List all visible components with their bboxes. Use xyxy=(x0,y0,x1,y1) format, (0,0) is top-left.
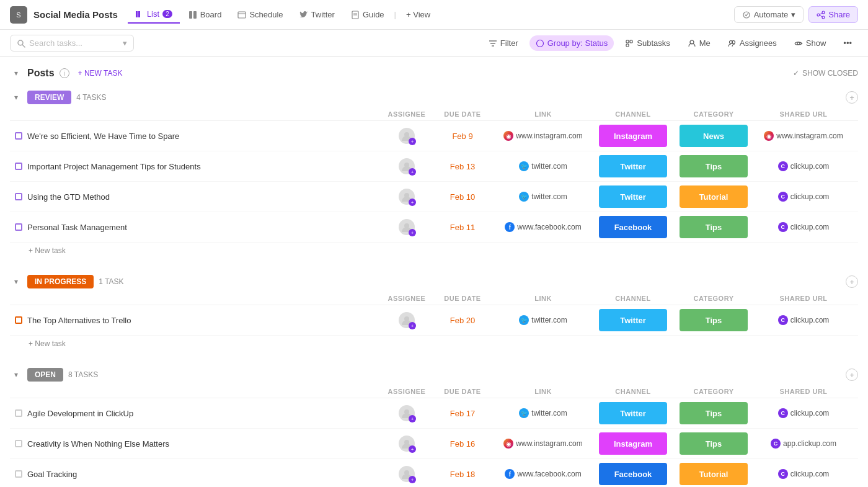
subtasks-btn[interactable]: Subtasks xyxy=(619,35,676,51)
link-cell[interactable]: 🐦 twitter.com xyxy=(494,408,593,418)
table-row[interactable]: Agile Development in ClickUp + Feb 17 🐦 … xyxy=(10,398,858,429)
table-row[interactable]: Creativity is When Nothing Else Matters … xyxy=(10,429,858,459)
avatar-add-icon[interactable]: + xyxy=(409,445,416,453)
avatar: + xyxy=(399,436,415,452)
link-cell[interactable]: 🐦 twitter.com xyxy=(494,315,593,325)
avatar: + xyxy=(399,219,415,235)
table-row[interactable]: We're so Efficient, We Have Time to Spar… xyxy=(10,121,858,151)
task-count-review: 4 TASKS xyxy=(76,93,106,102)
group-add-review[interactable]: + xyxy=(846,91,858,104)
search-chevron[interactable]: ▾ xyxy=(123,38,127,48)
shared-url-cell[interactable]: C clickup.com xyxy=(754,315,853,325)
group-add-inprogress[interactable]: + xyxy=(846,275,858,288)
shared-url-text: www.instagram.com xyxy=(776,132,843,140)
group-collapse-inprogress[interactable]: ▾ xyxy=(10,275,22,288)
me-btn[interactable]: Me xyxy=(681,35,717,51)
link-cell[interactable]: f www.facebook.com xyxy=(494,222,593,232)
new-task-inprogress[interactable]: + New task xyxy=(10,336,858,352)
col-category: CATEGORY xyxy=(673,295,754,302)
posts-collapse-btn[interactable]: ▾ xyxy=(10,67,22,79)
group-by-btn[interactable]: Group by: Status xyxy=(529,35,614,51)
due-date: Feb 13 xyxy=(432,162,494,171)
link-cell[interactable]: ◉ www.instagram.com xyxy=(494,439,593,449)
automate-icon xyxy=(742,11,751,19)
search-box[interactable]: Search tasks... ▾ xyxy=(10,35,134,51)
shared-url-cell[interactable]: ◉ www.instagram.com xyxy=(754,131,853,141)
shared-url-cell[interactable]: C clickup.com xyxy=(754,161,853,171)
task-checkbox[interactable] xyxy=(15,440,22,447)
table-row[interactable]: Important Project Management Tips for St… xyxy=(10,151,858,182)
task-checkbox[interactable] xyxy=(15,316,22,324)
svg-rect-3 xyxy=(193,11,197,19)
link-cell[interactable]: ◉ www.instagram.com xyxy=(494,131,593,141)
table-row[interactable]: Using the GTD Method + Feb 10 🐦 twitter.… xyxy=(10,182,858,212)
add-view-btn[interactable]: + View xyxy=(399,6,438,23)
table-row[interactable]: The Top Alternatives to Trello + Feb 20 … xyxy=(10,305,858,336)
me-icon xyxy=(688,39,696,48)
col-assignee: ASSIGNEE xyxy=(382,388,432,395)
group-collapse-open[interactable]: ▾ xyxy=(10,369,22,381)
tab-guide[interactable]: Guide xyxy=(343,6,392,23)
channel-badge: Twitter xyxy=(599,185,667,208)
facebook-icon: f xyxy=(505,222,515,232)
task-checkbox[interactable] xyxy=(15,409,22,417)
group-add-open[interactable]: + xyxy=(846,369,858,381)
col-due-date: DUE DATE xyxy=(432,110,494,118)
task-checkbox[interactable] xyxy=(15,223,22,231)
shared-url-cell[interactable]: C clickup.com xyxy=(754,408,853,418)
share-btn[interactable]: Share xyxy=(808,6,858,23)
col-assignee: ASSIGNEE xyxy=(382,110,432,118)
posts-new-task-btn[interactable]: + NEW TASK xyxy=(74,68,126,79)
avatar-add-icon[interactable]: + xyxy=(409,199,416,206)
link-cell[interactable]: 🐦 twitter.com xyxy=(494,161,593,171)
subtasks-icon xyxy=(625,39,634,48)
filter-btn[interactable]: Filter xyxy=(482,35,525,51)
col-assignee: ASSIGNEE xyxy=(382,295,432,302)
avatar-add-icon[interactable]: + xyxy=(409,476,416,483)
group-collapse-review[interactable]: ▾ xyxy=(10,91,22,104)
task-checkbox[interactable] xyxy=(15,132,22,140)
clickup-icon: C xyxy=(778,469,788,479)
task-checkbox[interactable] xyxy=(15,163,22,170)
task-checkbox[interactable] xyxy=(15,193,22,200)
avatar-add-icon[interactable]: + xyxy=(409,138,416,145)
assignees-btn[interactable]: Assignees xyxy=(722,35,783,51)
channel-cell: Instagram xyxy=(593,432,673,455)
avatar-add-icon[interactable]: + xyxy=(409,168,416,176)
task-count-open: 8 TASKS xyxy=(68,370,98,379)
col-name xyxy=(29,295,382,302)
show-btn[interactable]: Show xyxy=(788,35,833,51)
tab-schedule-label: Schedule xyxy=(249,10,283,19)
col-name xyxy=(29,110,382,118)
tab-schedule[interactable]: Schedule xyxy=(230,6,290,23)
page-title: Social Media Posts xyxy=(33,9,118,20)
channel-badge: Instagram xyxy=(599,125,667,147)
more-btn[interactable]: ••• xyxy=(837,35,858,51)
avatar-add-icon[interactable]: + xyxy=(409,415,416,422)
assignees-label: Assignees xyxy=(740,38,777,48)
link-cell[interactable]: 🐦 twitter.com xyxy=(494,192,593,202)
avatar-add-icon[interactable]: + xyxy=(409,322,416,329)
shared-url-cell[interactable]: C clickup.com xyxy=(754,469,853,479)
new-task-review[interactable]: + New task xyxy=(10,243,858,259)
category-badge: Tips xyxy=(680,155,748,177)
category-badge: Tutorial xyxy=(680,185,748,208)
shared-url-cell[interactable]: C clickup.com xyxy=(754,222,853,232)
posts-info-icon[interactable]: i xyxy=(60,68,69,78)
tab-board[interactable]: Board xyxy=(181,6,229,23)
tab-twitter[interactable]: Twitter xyxy=(292,6,342,23)
table-row[interactable]: Goal Tracking + Feb 18 f www.facebook.co… xyxy=(10,459,858,487)
clickup-icon: C xyxy=(771,439,781,449)
show-closed-btn[interactable]: ✓ SHOW CLOSED xyxy=(793,69,858,78)
shared-url-cell[interactable]: C app.clickup.com xyxy=(754,439,853,449)
automate-btn[interactable]: Automate ▾ xyxy=(734,6,804,23)
task-checkbox[interactable] xyxy=(15,470,22,478)
link-cell[interactable]: f www.facebook.com xyxy=(494,469,593,479)
tab-board-label: Board xyxy=(200,10,222,19)
tab-list[interactable]: List 2 xyxy=(128,6,180,24)
table-row[interactable]: Personal Task Management + Feb 11 f www.… xyxy=(10,212,858,243)
avatar-add-icon[interactable]: + xyxy=(409,229,416,236)
shared-url-cell[interactable]: C clickup.com xyxy=(754,192,853,202)
link-url: www.facebook.com xyxy=(517,223,581,231)
category-cell: Tips xyxy=(673,216,754,238)
